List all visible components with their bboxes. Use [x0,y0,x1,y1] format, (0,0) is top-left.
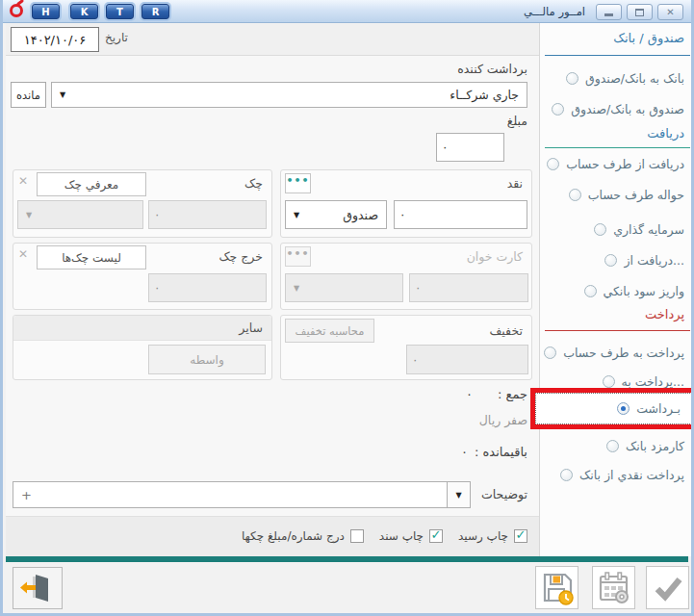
amount-label: مبلغ [507,114,527,128]
save-with-time-icon [540,571,575,605]
cash-group-title: نقد [507,176,523,191]
amount-input[interactable]: ۰ [436,133,504,162]
insert-cheque-number-option[interactable]: درج شماره/مبلغ چکها [242,529,364,543]
close-icon: ✕ [666,8,674,17]
notes-combobox[interactable]: + ▼ [13,481,471,508]
minimize-icon [604,13,613,16]
cheque-intro-button[interactable]: معرفي چک [37,172,146,196]
sidebar-item-receive-from[interactable]: دریافت از... [604,248,684,271]
cheque-spend-amount-input: ۰ [148,273,267,302]
confirm-button[interactable] [646,566,689,609]
notes-dropdown-button[interactable]: ▼ [447,482,470,507]
quick-button-k[interactable]: K [70,4,98,19]
other-title: سایر [239,321,263,335]
sum-in-words: صفر ریال [479,413,527,427]
cash-more-button[interactable]: ••• [285,173,311,193]
schedule-button[interactable] [592,566,635,609]
checkbox-checked-icon[interactable] [429,529,443,543]
date-input[interactable]: ۱۴۰۲/۱۰/۰۶ [11,27,99,52]
app-window: H K T R امــور مالـــي ✕ ۱۴۰۲/۱۰/۰۶ تاری… [0,0,694,616]
chevron-down-icon: ▼ [286,211,299,219]
notes-label: توضیحات [481,487,527,501]
section-header-receipt: دریافت [647,126,684,141]
calendar-settings-icon [597,571,631,605]
discount-group: تخفیف محاسبه تخفیف ۰ [280,315,532,380]
radio-icon [547,158,559,170]
radio-icon [552,103,564,116]
radio-icon [606,440,619,452]
maximize-button[interactable] [627,4,653,20]
quick-button-h[interactable]: H [32,4,60,19]
print-voucher-option[interactable]: چاپ سند [379,529,443,543]
section-header-payment: پرداخت [645,307,684,321]
save-button[interactable] [535,566,578,609]
discount-title: تخفیف [489,323,523,338]
sidebar-item-bank-fee[interactable]: کارمزد بانک [606,434,684,457]
radio-icon [560,469,573,481]
radio-icon [566,72,578,85]
cheque-list-button[interactable]: لیست چک‌ها [37,245,146,270]
cheque-group-title: چک [244,176,263,191]
sidebar-item-bank-interest[interactable]: واریز سود بانکي [584,279,684,302]
sidebar-item-account-transfer[interactable]: حواله طرف حساب [569,183,684,206]
sidebar-item-cash-payment-from-bank[interactable]: پرداخت نقدي از بانک [560,463,684,486]
sidebar-item-fund-to-bank[interactable]: صندوق به بانک/صندوق [552,97,684,120]
minimize-button[interactable] [596,4,622,20]
print-options-row: چاپ رسید چاپ سند درج شماره/مبلغ چکها [242,529,527,543]
cash-account-dropdown[interactable]: ▼ صندوق [285,200,387,229]
sum-value: ۰ [466,387,473,401]
notes-value: + [13,482,447,507]
cheque-amount-input: ۰ [148,200,267,229]
cheque-dropdown: ▼ [17,200,143,229]
radio-icon [594,223,606,236]
cash-group: نقد ••• ۰ ▼ صندوق [280,169,532,238]
cheque-spend-clear-icon[interactable]: ✕ [18,248,28,260]
date-row: ۱۴۰۲/۱۰/۰۶ تاریخ [6,23,539,56]
balance-button[interactable]: مانده [11,82,46,108]
sidebar-item-pay-to-account[interactable]: پرداخت به طرف حساب [544,341,684,364]
cash-amount-input[interactable]: ۰ [394,200,527,229]
section-header-fund-bank: صندوق / بانک [613,31,684,45]
checkbox-checked-icon[interactable] [514,529,527,543]
title-bar: H K T R امــور مالـــي ✕ [3,0,691,23]
card-reader-amount-input: ۰ [409,273,528,302]
sidebar-item-withdrawal-selected[interactable]: بـرداشت [617,397,681,420]
exit-button[interactable] [13,567,63,609]
main-form: ۱۴۰۲/۱۰/۰۶ تاریخ برداشت کننده مانده ▼ جا… [6,23,539,556]
cheque-spend-title: خرج چک [218,249,263,264]
payer-account-dropdown[interactable]: ▼ جاري شرکــاء [51,82,527,108]
maximize-icon [635,9,644,16]
sidebar-item-bank-to-bank[interactable]: بانک به بانک/صندوق [566,66,684,90]
chevron-down-icon: ▼ [286,284,299,293]
sidebar-item-investment[interactable]: سرمایه گذاري [594,218,684,241]
radio-icon [544,346,556,359]
section-underline [545,147,690,148]
cheque-clear-icon[interactable]: ✕ [18,175,28,187]
sidebar-item-receive-from-account[interactable]: دریافت از طرف حساب [547,152,684,175]
quick-button-t[interactable]: T [106,4,134,19]
card-reader-more-button: ••• [285,246,311,267]
radio-icon [584,285,597,297]
radio-icon [603,375,615,388]
annotation-red-box: بـرداشت [530,388,694,429]
close-button[interactable]: ✕ [657,4,683,20]
print-receipt-option[interactable]: چاپ رسید [458,529,527,543]
print-receipt-label: چاپ رسید [458,529,508,543]
section-underline [545,330,690,331]
insert-cheque-number-label: درج شماره/مبلغ چکها [242,529,345,543]
cheque-spend-group: ✕ لیست چک‌ها خرج چک ۰ [13,243,272,310]
payer-label: برداشت کننده [457,62,527,76]
sum-row: جمع : ۰ [466,387,527,401]
checkmark-icon [652,572,684,604]
radio-icon [569,189,581,201]
section-underline [545,55,690,56]
print-voucher-label: چاپ سند [379,529,424,543]
radio-selected-icon [617,402,630,415]
discount-amount-input: ۰ [406,345,528,374]
cheque-group: ✕ معرفي چک چک ۰ ▼ [13,169,272,238]
other-group-header [13,316,271,341]
checkbox-unchecked-icon[interactable] [350,529,364,543]
quick-button-r[interactable]: R [141,4,169,19]
remaining-label: باقیمانده : [475,445,527,459]
cash-account-value: صندوق [343,208,386,222]
